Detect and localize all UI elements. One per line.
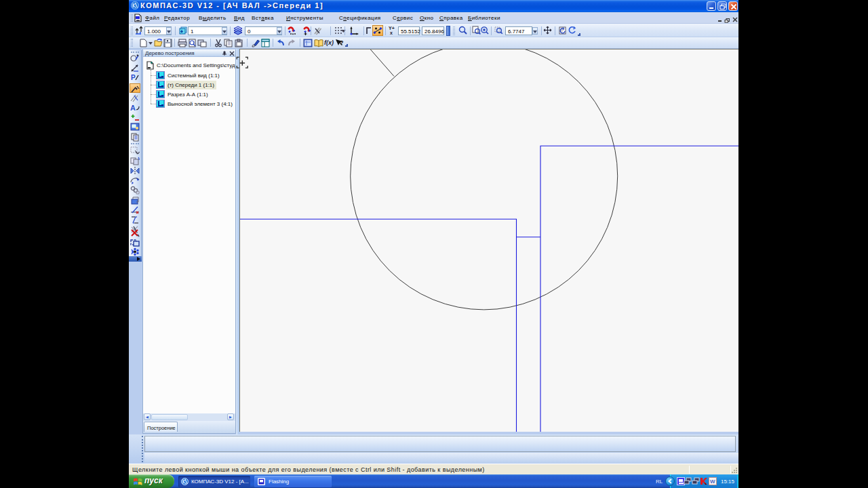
svg-text:?: ?: [340, 39, 344, 46]
svg-text:A: A: [130, 104, 136, 112]
svg-text:P: P: [131, 74, 136, 81]
